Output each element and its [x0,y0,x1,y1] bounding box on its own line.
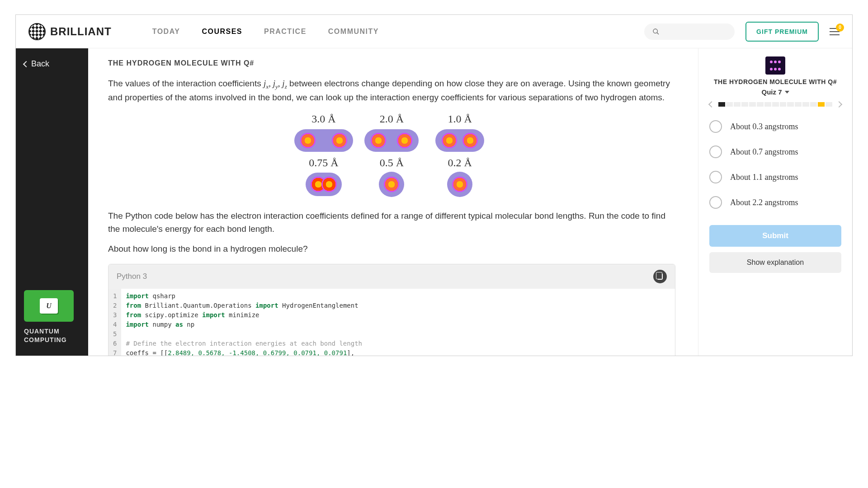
course-thumbnail[interactable]: U [24,290,74,322]
svg-point-0 [653,29,657,33]
molecule-label: 2.0 Å [360,113,423,125]
brand-logo[interactable]: BRILLIANT [28,23,112,40]
copy-code-button[interactable] [653,270,667,283]
progress-cell[interactable] [787,102,794,107]
line-numbers: 1234567 [108,289,121,356]
lesson-question: About how long is the bond in a hydrogen… [108,243,675,256]
progress-cell[interactable] [749,102,756,107]
notification-badge: 0 [836,23,844,32]
radio-icon [709,196,722,209]
svg-line-1 [657,33,659,34]
brand-name: BRILLIANT [50,25,112,38]
progress-cell[interactable] [726,102,733,107]
caret-down-icon [785,91,789,94]
brilliant-logo-icon [28,23,46,40]
answer-text: About 2.2 angstroms [730,198,798,207]
quiz-progress [709,102,841,107]
progress-cell[interactable] [826,102,832,107]
chevron-left-icon [23,61,29,67]
lesson-content: THE HYDROGEN MOLECULE WITH Q# The values… [88,48,698,356]
quiz-panel: THE HYDROGEN MOLECULE WITH Q# Quiz 7 Abo… [698,48,852,356]
course-glyph: U [40,298,58,314]
code-text[interactable]: import qsharp from Brilliant.Quantum.Ope… [121,289,367,356]
copy-icon [657,273,663,280]
progress-cell[interactable] [795,102,802,107]
progress-cell[interactable] [718,102,725,107]
nav-practice[interactable]: PRACTICE [264,28,307,36]
progress-cell[interactable] [741,102,748,107]
sidebar: Back U QUANTUM COMPUTING [16,48,88,356]
lesson-paragraph-1: The values of the interaction coefficien… [108,77,675,104]
answer-option[interactable]: About 0.3 angstroms [709,120,841,133]
top-nav: BRILLIANT TODAY COURSES PRACTICE COMMUNI… [16,15,852,48]
nav-today[interactable]: TODAY [152,28,180,36]
code-language: Python 3 [117,272,147,281]
quiz-selector[interactable]: Quiz 7 [709,88,841,96]
radio-icon [709,171,722,183]
quiz-icon [765,56,785,75]
progress-cell[interactable] [818,102,825,107]
molecule-label: 0.5 Å [360,157,423,169]
search-input[interactable] [644,23,735,40]
lesson-paragraph-2: The Python code below has the electron i… [108,210,675,235]
nav-courses[interactable]: COURSES [202,28,242,36]
nav-community[interactable]: COMMUNITY [328,28,379,36]
progress-cell[interactable] [780,102,787,107]
back-label: Back [31,59,49,69]
answer-option[interactable]: About 0.7 angstroms [709,145,841,158]
search-icon [652,28,660,35]
submit-button[interactable]: Submit [709,225,841,247]
progress-cell[interactable] [764,102,771,107]
quiz-title: THE HYDROGEN MOLECULE WITH Q# [709,78,841,85]
progress-cell[interactable] [734,102,741,107]
course-label: QUANTUM COMPUTING [24,327,80,345]
menu-button[interactable]: 0 [830,28,840,35]
show-explanation-button[interactable]: Show explanation [709,252,841,273]
answer-option[interactable]: About 2.2 angstroms [709,196,841,209]
molecule-label: 3.0 Å [292,113,355,125]
answer-list: About 0.3 angstromsAbout 0.7 angstromsAb… [709,120,841,209]
radio-icon [709,145,722,158]
progress-cell[interactable] [802,102,809,107]
back-button[interactable]: Back [24,59,80,69]
progress-cell[interactable] [772,102,779,107]
nav-links: TODAY COURSES PRACTICE COMMUNITY [152,28,379,36]
lesson-title: THE HYDROGEN MOLECULE WITH Q# [108,59,675,67]
answer-text: About 0.7 angstroms [730,147,798,157]
molecule-label: 1.0 Å [429,113,491,125]
code-block: Python 3 1234567 import qsharp from Bril… [108,264,675,356]
gift-premium-button[interactable]: GIFT PREMIUM [745,22,819,42]
progress-prev-button[interactable] [708,101,715,108]
molecule-label: 0.75 Å [292,157,355,169]
molecule-label: 0.2 Å [429,157,491,169]
progress-next-button[interactable] [836,101,842,108]
radio-icon [709,120,722,133]
progress-cell[interactable] [810,102,817,107]
answer-text: About 0.3 angstroms [730,122,798,131]
answer-option[interactable]: About 1.1 angstroms [709,171,841,183]
molecule-diagram: 3.0 Å 2.0 Å 1.0 Å 0.75 Å 0.5 Å 0.2 Å [292,113,491,197]
answer-text: About 1.1 angstroms [730,173,798,182]
progress-cell[interactable] [757,102,764,107]
